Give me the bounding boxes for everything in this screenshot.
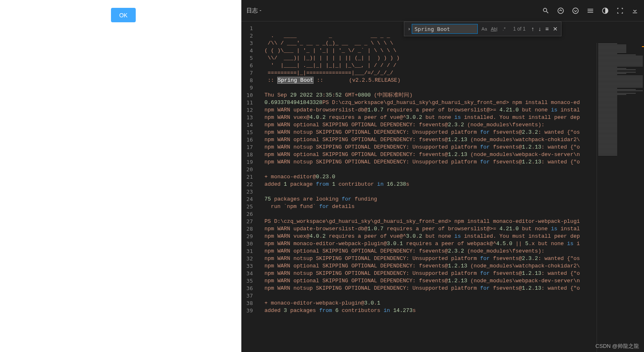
minimap-line (598, 50, 626, 50)
code-line: run `npm fund` for details (261, 203, 644, 210)
minimap[interactable] (597, 43, 644, 352)
minimap-line (598, 95, 617, 96)
line-gutter: 1234567891011121314151617181920212223242… (241, 21, 261, 352)
find-prev-icon[interactable]: ↑ (531, 26, 535, 32)
theme-icon[interactable] (601, 7, 609, 15)
code-line (261, 84, 644, 92)
minimap-line (598, 130, 617, 131)
minimap-line (598, 140, 617, 141)
find-word-icon[interactable]: Ab| (490, 25, 498, 33)
code-line: npm WARN vuex@4.0.2 requires a peer of v… (261, 233, 644, 240)
minimap-line (598, 85, 643, 86)
minimap-line (598, 63, 643, 64)
code-line: npm WARN notsup SKIPPING OPTIONAL DEPEND… (261, 129, 644, 136)
line-number: 36 (241, 285, 261, 292)
code-line (261, 292, 644, 300)
code-line: Thu Sep 29 2022 23:35:52 GMT+0800 (中国标准时… (261, 92, 644, 99)
line-number: 27 (241, 218, 261, 225)
line-number: 20 (241, 166, 261, 173)
minimap-line (598, 129, 617, 130)
minimap-line (598, 57, 643, 58)
line-number: 25 (241, 203, 261, 210)
minimap-line (598, 56, 643, 57)
minimap-line (598, 132, 617, 133)
minimap-line (598, 88, 617, 89)
minimap-line (598, 53, 617, 54)
svg-point-1 (573, 8, 578, 14)
code-line (261, 188, 644, 196)
scroll-up-icon[interactable] (557, 7, 565, 15)
minimap-line (598, 106, 617, 107)
minimap-line (598, 113, 617, 113)
code-line (261, 210, 644, 218)
minimap-line (598, 83, 643, 84)
find-close-icon[interactable]: ✕ (552, 26, 559, 32)
minimap-line (598, 110, 617, 111)
scroll-down-icon[interactable] (571, 7, 580, 15)
minimap-line (598, 94, 626, 95)
code-line: npm WARN notsup SKIPPING OPTIONAL DEPEND… (261, 158, 644, 166)
find-select-icon[interactable]: ≡ (545, 26, 550, 32)
ok-button[interactable]: OK (111, 8, 136, 22)
minimap-line (598, 135, 617, 136)
code-line: npm WARN optional SKIPPING OPTIONAL DEPE… (261, 277, 644, 285)
minimap-line (598, 115, 617, 116)
line-number: 11 (241, 99, 261, 106)
minimap-line (598, 139, 617, 139)
find-regex-icon[interactable]: .* (500, 25, 508, 33)
code-line: npm WARN optional SKIPPING OPTIONAL DEPE… (261, 248, 644, 255)
minimap-line (598, 146, 617, 147)
left-panel: OK (0, 0, 241, 352)
code-line: npm WARN notsup SKIPPING OPTIONAL DEPEND… (261, 270, 644, 277)
minimap-line (598, 84, 643, 85)
minimap-line (598, 102, 617, 102)
find-input[interactable] (412, 24, 478, 34)
minimap-line (598, 45, 626, 45)
minimap-line (598, 93, 636, 94)
minimap-line (598, 108, 617, 109)
line-number: 21 (241, 173, 261, 181)
line-number: 15 (241, 129, 261, 136)
line-number: 13 (241, 114, 261, 121)
line-number: 10 (241, 92, 261, 99)
find-expand-icon[interactable]: › (407, 26, 412, 32)
minimap-line (598, 131, 617, 132)
line-number: 14 (241, 121, 261, 129)
minimap-line (598, 121, 617, 122)
minimap-highlight (642, 46, 644, 47)
code-area[interactable]: . ____ _ __ _ _ /\\ / ___'_ __ _ _(_)_ _… (261, 21, 644, 352)
find-bar: › Aa Ab| .* 1 of 1 ↑ ↓ ≡ ✕ (404, 21, 561, 36)
line-number: 18 (241, 151, 261, 158)
code-line: npm WARN vuex@4.0.2 requires a peer of v… (261, 114, 644, 121)
minimap-line (598, 46, 626, 47)
find-next-icon[interactable]: ↓ (538, 26, 542, 32)
code-line: npm WARN optional SKIPPING OPTIONAL DEPE… (261, 136, 644, 144)
minimap-line (598, 59, 643, 60)
search-icon[interactable] (542, 7, 550, 15)
minimap-line (598, 82, 643, 83)
top-bar: 日志 - (241, 0, 644, 21)
menu-icon[interactable] (586, 7, 594, 15)
download-icon[interactable] (631, 7, 639, 15)
editor-panel: 日志 - › Aa Ab| .* 1 of 1 ↑ ↓ ≡ ✕ 12345678… (241, 0, 644, 352)
minimap-line (598, 136, 617, 137)
minimap-line (598, 145, 617, 146)
fullscreen-icon[interactable] (616, 7, 624, 15)
line-number: 29 (241, 233, 261, 240)
minimap-line (598, 73, 626, 74)
code-line: npm WARN update-browserslist-db@1.0.7 re… (261, 106, 644, 114)
minimap-line (598, 64, 643, 65)
minimap-line (598, 72, 636, 73)
find-case-icon[interactable]: Aa (480, 25, 488, 33)
svg-point-0 (558, 8, 564, 14)
line-number: 12 (241, 106, 261, 114)
minimap-line (598, 89, 636, 90)
minimap-line (598, 150, 617, 151)
line-number: 31 (241, 248, 261, 255)
minimap-line (598, 80, 643, 81)
minimap-line (598, 123, 617, 123)
minimap-line (598, 137, 617, 138)
toolbar-icons (542, 7, 639, 15)
minimap-line (598, 144, 617, 144)
minimap-line (598, 120, 617, 121)
